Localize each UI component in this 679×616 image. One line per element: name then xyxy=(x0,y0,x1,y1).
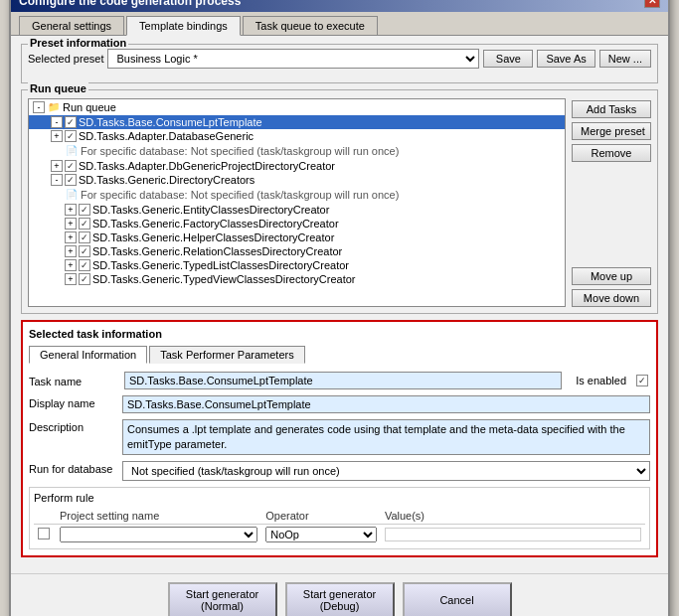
tree-item-label-4: SD.Tasks.Generic.DirectoryCreators xyxy=(79,174,255,186)
close-button[interactable]: ✕ xyxy=(644,0,660,8)
tree-item-label-1: SD.Tasks.Base.ConsumeLptTemplate xyxy=(79,116,262,128)
display-name-value: SD.Tasks.Base.ConsumeLptTemplate xyxy=(122,395,650,413)
tree-item-6[interactable]: + SD.Tasks.Generic.FactoryClassesDirecto… xyxy=(29,217,565,231)
run-for-db-select[interactable]: Not specified (task/taskgroup will run o… xyxy=(122,461,650,481)
expand-icon-6[interactable]: + xyxy=(65,218,77,230)
expand-icon-1[interactable]: - xyxy=(51,116,63,128)
checkbox-9[interactable] xyxy=(79,259,90,271)
tree-item-label-5: SD.Tasks.Generic.EntityClassesDirectoryC… xyxy=(92,204,329,216)
checkbox-1[interactable] xyxy=(65,116,77,128)
tree-item-10[interactable]: + SD.Tasks.Generic.TypedViewClassesDirec… xyxy=(29,272,565,286)
checkbox-2[interactable] xyxy=(65,130,77,142)
folder-icon: 📁 xyxy=(47,100,61,114)
tree-item-2[interactable]: + SD.Tasks.Adapter.DatabaseGeneric xyxy=(29,129,565,143)
expand-icon-5[interactable]: + xyxy=(65,204,77,216)
task-name-label: Task name xyxy=(29,374,118,387)
tree-item-9[interactable]: + SD.Tasks.Generic.TypedListClassesDirec… xyxy=(29,258,565,272)
perform-col-operator: Operator xyxy=(261,508,381,525)
perform-project-select[interactable] xyxy=(60,527,257,542)
perform-rule-header: Perform rule xyxy=(34,492,645,504)
tree-item-8[interactable]: + SD.Tasks.Generic.RelationClassesDirect… xyxy=(29,244,565,258)
run-for-db-label: Run for database xyxy=(29,461,118,475)
task-name-input[interactable] xyxy=(124,372,562,389)
expand-icon-2[interactable]: + xyxy=(51,130,63,142)
tree-action-buttons: Add Tasks Merge preset Remove Move up Mo… xyxy=(572,98,651,307)
inner-tab-general-info[interactable]: General Information xyxy=(29,346,147,364)
preset-label: Selected preset xyxy=(28,53,103,65)
perform-col-check xyxy=(34,508,56,525)
checkbox-3[interactable] xyxy=(65,160,77,172)
bottom-buttons: Start generator (Normal) Start generator… xyxy=(11,573,668,616)
expand-icon-3[interactable]: + xyxy=(51,160,63,172)
run-queue-section: Run queue - 📁 Run queue - SD.Tasks.Base.… xyxy=(21,89,658,314)
save-as-button[interactable]: Save As xyxy=(537,50,594,68)
perform-rule-section: Perform rule Project setting name Operat… xyxy=(29,487,650,549)
save-button[interactable]: Save xyxy=(483,50,533,68)
add-tasks-button[interactable]: Add Tasks xyxy=(572,100,651,118)
run-for-db-row: Run for database Not specified (task/tas… xyxy=(29,461,650,481)
tree-item-note-label-2: For specific database: Not specified (ta… xyxy=(81,189,399,201)
remove-button[interactable]: Remove xyxy=(572,144,651,162)
inner-tabs: General Information Task Performer Param… xyxy=(29,346,650,364)
start-generator-normal-button[interactable]: Start generator (Normal) xyxy=(168,582,277,616)
checkbox-6[interactable] xyxy=(79,218,90,230)
preset-select[interactable]: Business Logic * xyxy=(107,49,479,69)
description-value: Consumes a .lpt template and generates c… xyxy=(122,419,650,456)
tree-item-5[interactable]: + SD.Tasks.Generic.EntityClassesDirector… xyxy=(29,203,565,217)
checkbox-7[interactable] xyxy=(79,231,90,243)
expand-icon-9[interactable]: + xyxy=(65,259,77,271)
tab-general-settings[interactable]: General settings xyxy=(19,16,124,35)
tree-item-note-1: 📄 For specific database: Not specified (… xyxy=(29,143,565,159)
description-row: Description Consumes a .lpt template and… xyxy=(29,419,650,456)
dialog-title: Configure the code generation process xyxy=(19,0,241,8)
tab-task-queue[interactable]: Task queue to execute xyxy=(243,16,378,35)
tree-item-note-label-1: For specific database: Not specified (ta… xyxy=(81,145,399,157)
perform-row-empty: NoOp xyxy=(34,525,645,545)
tree-item-4[interactable]: - SD.Tasks.Generic.DirectoryCreators xyxy=(29,173,565,187)
tree-item-7[interactable]: + SD.Tasks.Generic.HelperClassesDirector… xyxy=(29,231,565,244)
perform-row-checkbox[interactable] xyxy=(38,528,50,539)
start-debug-line1: Start generator xyxy=(303,588,376,600)
expand-icon-4[interactable]: - xyxy=(51,174,63,186)
start-generator-debug-button[interactable]: Start generator (Debug) xyxy=(285,582,395,616)
move-down-button[interactable]: Move down xyxy=(572,289,651,307)
perform-operator-select[interactable]: NoOp xyxy=(265,527,377,542)
checkbox-10[interactable] xyxy=(79,273,90,285)
start-normal-line2: (Normal) xyxy=(201,600,244,612)
task-name-row: Task name Is enabled xyxy=(29,372,650,389)
start-debug-line2: (Debug) xyxy=(320,600,360,612)
cancel-button[interactable]: Cancel xyxy=(403,582,512,616)
task-tree[interactable]: - 📁 Run queue - SD.Tasks.Base.ConsumeLpt… xyxy=(28,98,566,307)
note-icon-2: 📄 xyxy=(65,188,79,202)
is-enabled-checkbox[interactable] xyxy=(636,375,648,386)
perform-value-input[interactable] xyxy=(385,528,641,541)
tree-item-3[interactable]: + SD.Tasks.Adapter.DbGenericProjectDirec… xyxy=(29,159,565,173)
checkbox-4[interactable] xyxy=(65,174,77,186)
expand-icon-8[interactable]: + xyxy=(65,245,77,257)
main-content: Preset information Selected preset Busin… xyxy=(11,36,668,574)
display-name-label: Display name xyxy=(29,395,118,409)
tree-item-label-9: SD.Tasks.Generic.TypedListClassesDirecto… xyxy=(92,259,349,271)
expand-root-icon[interactable]: - xyxy=(33,101,45,113)
tab-template-bindings[interactable]: Template bindings xyxy=(126,16,241,36)
tree-item-label-8: SD.Tasks.Generic.RelationClassesDirector… xyxy=(92,245,342,257)
tree-item-label-6: SD.Tasks.Generic.FactoryClassesDirectory… xyxy=(92,218,339,230)
description-label: Description xyxy=(29,419,118,433)
expand-icon-7[interactable]: + xyxy=(65,231,77,243)
checkbox-5[interactable] xyxy=(79,204,90,216)
perform-col-value: Value(s) xyxy=(381,508,645,525)
new-button[interactable]: New ... xyxy=(599,50,651,68)
move-up-button[interactable]: Move up xyxy=(572,267,651,285)
inner-tab-task-performer[interactable]: Task Performer Parameters xyxy=(149,346,304,364)
expand-icon-10[interactable]: + xyxy=(65,273,77,285)
tree-item-1[interactable]: - SD.Tasks.Base.ConsumeLptTemplate xyxy=(29,115,565,129)
tree-item-root[interactable]: - 📁 Run queue xyxy=(29,99,565,115)
checkbox-8[interactable] xyxy=(79,245,90,257)
selected-task-section: Selected task information General Inform… xyxy=(21,320,658,558)
preset-section: Preset information Selected preset Busin… xyxy=(21,44,658,83)
run-queue-area: - 📁 Run queue - SD.Tasks.Base.ConsumeLpt… xyxy=(28,98,651,307)
is-enabled-label: Is enabled xyxy=(576,375,626,386)
configure-dialog: Configure the code generation process ✕ … xyxy=(9,0,670,616)
merge-preset-button[interactable]: Merge preset xyxy=(572,122,651,140)
perform-col-project: Project setting name xyxy=(56,508,261,525)
